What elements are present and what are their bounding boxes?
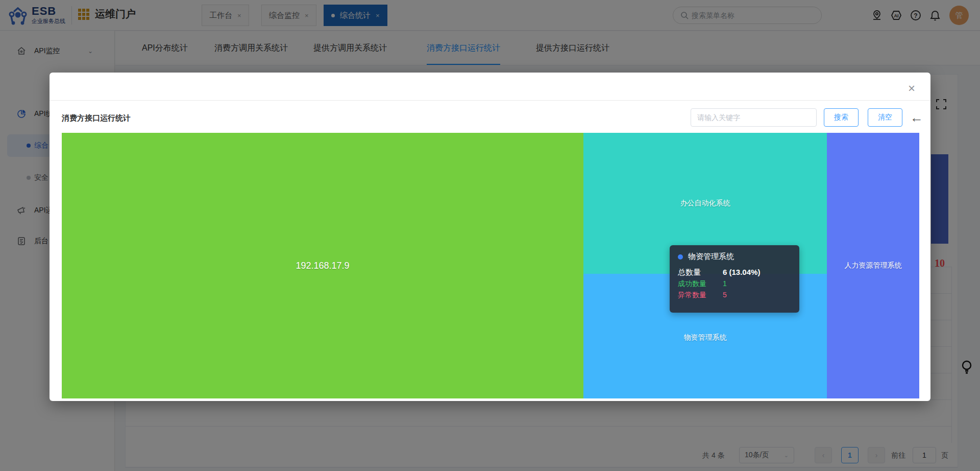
statistics-modal: × 消费方接口运行统计 搜索 清空 ← 192.168.17.9 办公自动化系统… [50,73,930,401]
tooltip-error-value: 5 [723,289,727,300]
treemap-label: 物资管理系统 [684,333,727,342]
modal-keyword-input-wrap[interactable] [691,108,817,127]
modal-divider [50,100,930,101]
tooltip-success-label: 成功数量 [678,278,723,289]
treemap-label: 人力资源管理系统 [845,261,902,270]
tooltip-title: 物资管理系统 [688,252,734,262]
modal-back-arrow-icon[interactable]: ← [910,109,923,126]
treemap-block-hr[interactable]: 人力资源管理系统 [827,133,919,398]
modal-search-button[interactable]: 搜索 [824,108,859,127]
treemap-label: 192.168.17.9 [296,261,349,271]
chart-tooltip: 物资管理系统 总数量 6 (13.04%) 成功数量 1 异常数量 5 [670,245,799,313]
tooltip-error-label: 异常数量 [678,289,723,300]
treemap-chart: 192.168.17.9 办公自动化系统 物资管理系统 人力资源管理系统 物资管… [62,133,919,398]
modal-title: 消费方接口运行统计 [62,113,131,123]
close-icon[interactable]: × [905,82,918,95]
treemap-block-ip[interactable]: 192.168.17.9 [62,133,583,398]
tooltip-series-dot [678,254,683,260]
tooltip-total-value: 6 (13.04%) [723,267,760,278]
treemap-label: 办公自动化系统 [680,199,730,208]
modal-clear-button[interactable]: 清空 [868,108,902,127]
tooltip-total-label: 总数量 [678,267,723,278]
tooltip-success-value: 1 [723,278,727,289]
modal-keyword-input[interactable] [697,113,804,122]
